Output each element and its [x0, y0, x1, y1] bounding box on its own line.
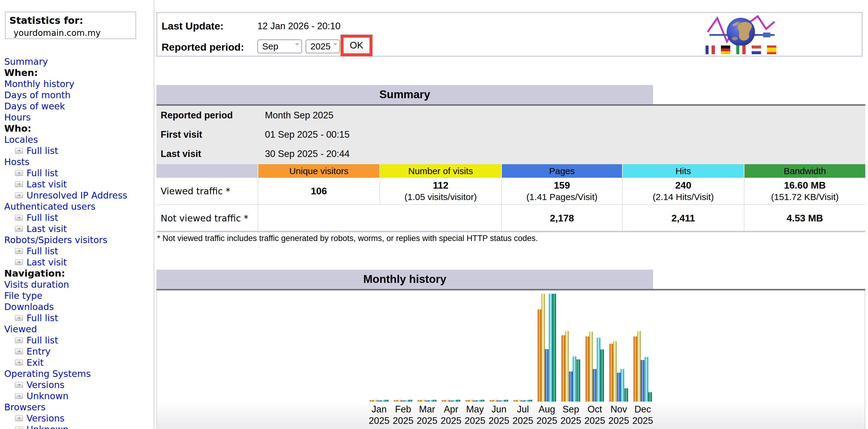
ok-button[interactable]: OK	[344, 38, 370, 53]
summary-column-headers: Unique visitorsNumber of visitsPagesHits…	[156, 164, 865, 178]
sidebar-link-label[interactable]: Hours	[4, 112, 31, 123]
sidebar-link-label[interactable]: Full list	[27, 312, 58, 324]
flag-spain[interactable]	[767, 45, 776, 54]
column-header-number-of-visits: Number of visits	[379, 164, 501, 178]
empty-cell	[258, 205, 501, 231]
bar-bandwidth-feb	[409, 400, 412, 402]
month-label: Apr	[439, 404, 463, 415]
sub-item-window-icon: ➜	[15, 193, 23, 198]
sidebar-link-label[interactable]: Hosts	[4, 156, 30, 167]
month-select-value: Sep	[262, 41, 278, 52]
sidebar-link-unknown: ➜Unknown	[4, 424, 153, 429]
bar-bandwidth-apr	[457, 400, 460, 402]
bar-hits-jan	[381, 400, 384, 402]
month-label: Nov	[607, 404, 631, 415]
value-main: 2,178	[550, 212, 574, 224]
sidebar-link-label[interactable]: File type	[4, 290, 42, 301]
sidebar-link-label[interactable]: Monthly history	[4, 78, 74, 90]
flag-netherlands[interactable]	[752, 45, 761, 54]
awstats-page: Statistics for: yourdomain.com.my Summar…	[0, 0, 868, 429]
summary-info-rows: Reported period Month Sep 2025 First vis…	[156, 106, 865, 164]
bar-hits-mar	[429, 400, 433, 402]
sidebar-link-label[interactable]: Full list	[27, 245, 58, 257]
month-select[interactable]: Sep ˇ	[257, 39, 302, 53]
sidebar-link-label[interactable]: Operating Systems	[4, 368, 91, 379]
sidebar-link-label[interactable]: Days of week	[4, 101, 65, 112]
sidebar-link-last-visit: ➜Last visit	[4, 257, 153, 268]
sub-item-window-icon: ➜	[15, 259, 23, 265]
sidebar-link-label[interactable]: Last visit	[27, 223, 67, 234]
sidebar-link-full-list: ➜Full list	[4, 145, 153, 156]
bar-unique-visitors-oct	[586, 336, 589, 402]
bar-pages-nov	[617, 373, 621, 402]
flag-italy[interactable]	[736, 45, 746, 54]
month-label: Jul	[511, 404, 535, 415]
row-value: 01 Sep 2025 - 00:15	[265, 129, 350, 140]
sidebar-link-label[interactable]: Versions	[27, 413, 64, 424]
sidebar-link-last-visit: ➜Last visit	[4, 179, 153, 190]
sidebar-link-label[interactable]: Locales	[4, 134, 38, 145]
sidebar-link-label[interactable]: Full list	[27, 167, 58, 179]
sidebar-link-label[interactable]: Viewed	[4, 324, 37, 335]
row-label: Last visit	[161, 148, 201, 159]
statistics-domain: yourdomain.com.my	[13, 28, 135, 38]
flag-france[interactable]	[706, 45, 715, 54]
not-viewed-traffic-row: Not viewed traffic *2,1782,4114.53 MB	[156, 204, 865, 231]
month-label: Feb	[391, 404, 415, 415]
sidebar-link-label[interactable]: Exit	[27, 357, 44, 368]
bar-pages-dec	[641, 360, 644, 402]
year-label: 2025	[391, 415, 415, 427]
sidebar-link-label[interactable]: Versions	[27, 379, 64, 390]
sidebar-link-label[interactable]: Days of month	[4, 90, 70, 101]
sidebar-link-label[interactable]: Last visit	[27, 179, 67, 190]
sidebar-link-label[interactable]: Full list	[27, 335, 58, 346]
sidebar-link-entry: ➜Entry	[4, 346, 153, 357]
sidebar-link-label[interactable]: Browsers	[4, 402, 45, 413]
sidebar-link-label[interactable]: Robots/Spiders visitors	[4, 234, 107, 245]
sidebar-header-when-: When:	[4, 67, 153, 78]
bar-hits-aug	[549, 294, 553, 402]
sidebar-link-days-of-month: Days of month	[4, 90, 153, 101]
sidebar-link-label[interactable]: Unknown	[27, 424, 68, 429]
sidebar-link-label[interactable]: Summary	[4, 56, 48, 67]
column-header-pages: Pages	[501, 164, 622, 178]
year-select[interactable]: 2025 ˇ	[306, 39, 340, 53]
bar-number-of-visits-jun	[493, 400, 497, 402]
bar-number-of-visits-oct	[589, 332, 593, 402]
header-spacer-cell	[156, 164, 258, 178]
bar-bandwidth-sep	[577, 359, 580, 402]
sidebar-link-label[interactable]: Full list	[27, 145, 58, 156]
bar-unique-visitors-apr	[442, 400, 445, 402]
sidebar-link-label[interactable]: Visits duration	[4, 279, 69, 290]
bar-pages-aug	[545, 349, 549, 402]
sidebar-link-label[interactable]: Unknown	[27, 390, 68, 402]
viewed-traffic-value: 240(2.14 Hits/Visit)	[622, 178, 744, 204]
sidebar-link-label[interactable]: Downloads	[4, 301, 54, 312]
bar-number-of-visits-jul	[517, 400, 521, 402]
viewed-traffic-label: Viewed traffic *	[156, 178, 258, 204]
bar-number-of-visits-nov	[613, 341, 617, 402]
bar-bandwidth-nov	[624, 388, 628, 402]
sidebar-link-label[interactable]: Entry	[27, 346, 51, 357]
sidebar-link-label[interactable]: Unresolved IP Address	[27, 190, 127, 201]
month-label: Aug	[535, 404, 559, 415]
sidebar-link-downloads: Downloads	[4, 301, 153, 312]
bar-hits-dec	[645, 357, 648, 402]
value-sub: (151.72 KB/Visit)	[771, 191, 839, 203]
sidebar-link-full-list: ➜Full list	[4, 167, 153, 179]
flag-germany[interactable]	[721, 45, 730, 54]
monthly-history-section-title: Monthly history	[156, 270, 653, 289]
column-header-bandwidth: Bandwidth	[744, 164, 865, 178]
value-main: 106	[311, 185, 327, 197]
sub-item-window-icon: ➜	[15, 416, 23, 421]
sidebar-link-label[interactable]: Authenticated users	[4, 201, 96, 212]
chevron-down-icon: ˇ	[296, 42, 299, 51]
monthly-history-chart: Jan2025Feb2025Mar2025Apr2025May2025Jun20…	[156, 290, 865, 429]
sidebar-link-label[interactable]: Full list	[27, 212, 58, 223]
sidebar-link-exit: ➜Exit	[4, 357, 153, 368]
sidebar-link-label[interactable]: Last visit	[27, 257, 67, 268]
row-value: 30 Sep 2025 - 20:44	[265, 148, 350, 159]
sidebar-header-navigation-: Navigation:	[4, 268, 153, 279]
row-value: Month Sep 2025	[265, 110, 334, 121]
bar-pages-jun	[497, 400, 501, 402]
